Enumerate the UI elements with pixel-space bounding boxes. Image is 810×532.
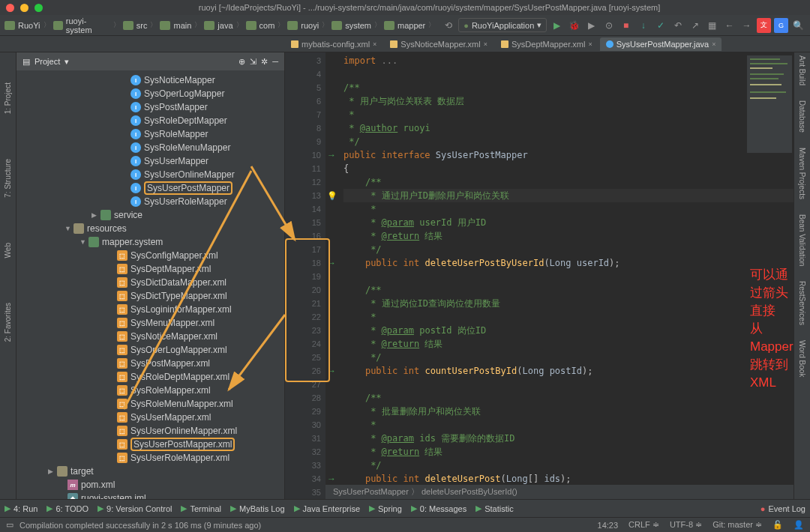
code-line[interactable]: * @param postId 岗位ID (344, 324, 794, 337)
app1-icon[interactable]: 文 (757, 18, 771, 33)
code-line[interactable]: * @param ids 需要删除的数据ID (344, 432, 794, 445)
debug-icon[interactable]: 🐞 (567, 18, 581, 33)
toolwindow-toggle-icon[interactable]: ▭ (6, 520, 14, 530)
tree-item[interactable]: ⬚SysUserRoleMapper.xml (16, 451, 284, 465)
code-line[interactable]: * 通过岗位ID查询岗位使用数量 (344, 297, 794, 310)
left-tool-tab[interactable]: 1: Project (4, 82, 12, 114)
editor-tab[interactable]: SysNoticeMapper.xml× (384, 37, 494, 51)
editor-content[interactable]: import .../** * 用户与岗位关联表 数据层 * * @author… (326, 52, 794, 499)
code-line[interactable]: * 用户与岗位关联表 数据层 (344, 94, 794, 108)
lock-icon[interactable]: 🔓 (772, 520, 783, 530)
project-tree[interactable]: ISysNoticeMapperISysOperLogMapperISysPos… (16, 70, 284, 499)
bottom-tool-tab[interactable]: ▶Java Enterprise (294, 504, 360, 513)
stop-icon[interactable]: ■ (619, 18, 633, 33)
tree-item[interactable]: ⬚SysDictDataMapper.xml (16, 276, 284, 289)
code-line[interactable]: */ (344, 351, 794, 364)
tree-item[interactable]: ⬚SysUserMapper.xml (16, 411, 284, 424)
close-icon[interactable] (6, 4, 14, 12)
code-line[interactable] (344, 378, 794, 391)
tree-item[interactable]: ISysUserRoleMapper (16, 195, 284, 208)
tree-item[interactable]: ▶target (16, 465, 284, 478)
hide-icon[interactable]: ─ (272, 57, 278, 66)
tree-item[interactable]: ⬚SysMenuMapper.xml (16, 316, 284, 330)
vcs-history-icon[interactable]: ↶ (670, 18, 685, 33)
code-line[interactable]: * @author ruoyi (344, 121, 794, 135)
tree-item[interactable]: ▼resources (16, 222, 284, 235)
bottom-tool-tab[interactable]: ▶4: Run (4, 504, 38, 513)
right-tool-tab[interactable]: RestServices (798, 281, 806, 325)
vcs-update-icon[interactable]: ↓ (636, 18, 650, 33)
close-tab-icon[interactable]: × (484, 40, 488, 48)
back-icon[interactable]: ← (722, 18, 736, 33)
breadcrumb-item[interactable]: ruoyi-system (53, 16, 110, 34)
run-icon[interactable]: ▶ (550, 18, 564, 33)
bottom-tool-tab[interactable]: ▶Statistic (476, 504, 514, 513)
maximize-icon[interactable] (34, 4, 43, 12)
code-line[interactable]: * @param userId 用户ID (344, 216, 794, 229)
editor-tab[interactable]: SysUserPostMapper.java× (600, 37, 722, 51)
intention-bulb-icon[interactable]: 💡 (327, 191, 338, 201)
bottom-tool-tab[interactable]: ▶Spring (369, 504, 402, 513)
breadcrumb-item[interactable]: com (246, 21, 275, 30)
tree-item[interactable]: ⬚SysConfigMapper.xml (16, 249, 284, 262)
tree-item[interactable]: ◆ruoyi-system.iml (16, 492, 284, 499)
tree-item[interactable]: ISysUserMapper (16, 154, 284, 168)
code-line[interactable]: * (344, 202, 794, 216)
tree-item[interactable]: ISysPostMapper (16, 100, 284, 114)
code-line[interactable]: * 通过用户ID删除用户和岗位关联 (344, 189, 794, 202)
tree-item[interactable]: ⬚SysRoleMenuMapper.xml (16, 397, 284, 411)
tree-item[interactable]: ISysUserOnlineMapper (16, 168, 284, 181)
left-tool-tab[interactable]: Web (4, 243, 12, 258)
close-tab-icon[interactable]: × (712, 40, 716, 48)
editor-tab[interactable]: SysDeptMapper.xml× (495, 37, 598, 51)
code-line[interactable]: * (344, 108, 794, 121)
settings-icon[interactable]: ✲ (261, 57, 268, 67)
collapse-icon[interactable]: ⇲ (250, 57, 256, 67)
breadcrumb-item[interactable]: java (204, 21, 232, 30)
tree-item[interactable]: ISysUserPostMapper (16, 181, 284, 195)
code-line[interactable]: */ (344, 135, 794, 148)
code-line[interactable]: public interface SysUserPostMapper (344, 148, 794, 162)
breadcrumb-item[interactable]: RuoYi (4, 21, 40, 30)
tree-item[interactable]: ⬚SysRoleMapper.xml (16, 384, 284, 397)
tree-item[interactable]: ⬚SysDeptMapper.xml (16, 262, 284, 276)
left-tool-tab[interactable]: 7: Structure (4, 159, 12, 198)
code-line[interactable]: /** (344, 81, 794, 94)
code-line[interactable]: /** (344, 283, 794, 297)
bottom-tool-tab[interactable]: ▶9: Version Control (98, 504, 172, 513)
tree-item[interactable]: ⬚SysOperLogMapper.xml (16, 343, 284, 357)
code-line[interactable]: * (344, 418, 794, 432)
tree-item[interactable]: ⬚SysUserOnlineMapper.xml (16, 424, 284, 438)
breadcrumb-item[interactable]: system (332, 21, 371, 30)
left-tool-tab[interactable]: 2: Favorites (4, 303, 12, 342)
tree-item[interactable]: ⬚SysRoleDeptMapper.xml (16, 370, 284, 384)
vcs-push-icon[interactable]: ↗ (688, 18, 702, 33)
editor-tab[interactable]: mybatis-config.xml× (285, 37, 382, 51)
navigate-arrow-icon[interactable]: → (327, 150, 336, 160)
code-line[interactable]: { (344, 162, 794, 175)
right-tool-tab[interactable]: Word Book (798, 340, 806, 377)
code-line[interactable]: public int deleteUserPostByUserId(Long u… (344, 256, 794, 270)
tree-item[interactable]: mpom.xml (16, 478, 284, 492)
navigate-arrow-icon[interactable]: → (327, 474, 336, 484)
code-line[interactable]: * @return 结果 (344, 337, 794, 351)
status-git[interactable]: Git: master ≑ (712, 520, 762, 530)
tree-item[interactable]: ⬚SysUserPostMapper.xml (16, 438, 284, 451)
bottom-tool-tab[interactable]: ▶0: Messages (411, 504, 466, 513)
code-line[interactable] (344, 270, 794, 283)
code-line[interactable]: import ... (344, 54, 794, 67)
tree-item[interactable]: ▶service (16, 208, 284, 222)
app2-icon[interactable]: G (774, 18, 788, 33)
code-line[interactable]: /** (344, 175, 794, 189)
bottom-tool-tab[interactable]: ▶MyBatis Log (230, 504, 285, 513)
tree-item[interactable]: ⬚SysLogininforMapper.xml (16, 303, 284, 316)
code-editor[interactable]: 345678910→111213💡1415161718→192021222324… (285, 52, 794, 499)
close-tab-icon[interactable]: × (588, 40, 592, 48)
breadcrumb-item[interactable]: src (123, 21, 148, 30)
vcs-commit-icon[interactable]: ✓ (653, 18, 668, 33)
right-tool-tab[interactable]: Maven Projects (798, 148, 806, 199)
coverage-icon[interactable]: ▶ (584, 18, 598, 33)
code-line[interactable]: /** (344, 391, 794, 405)
code-line[interactable]: */ (344, 243, 794, 256)
tree-item[interactable]: ISysRoleMapper (16, 127, 284, 141)
